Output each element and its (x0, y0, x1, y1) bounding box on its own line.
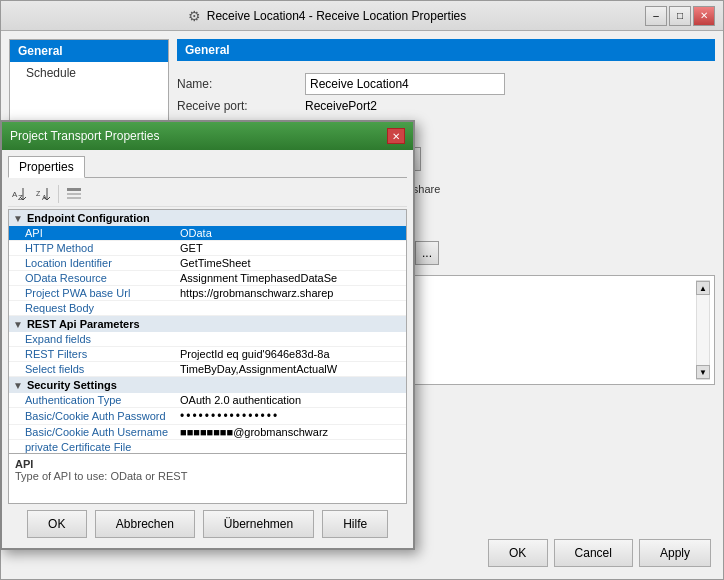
sort-az-icon: A Z (11, 186, 27, 202)
tree-row-expand-fields[interactable]: Expand fields (9, 332, 406, 347)
toolbar-categorize-button[interactable] (63, 184, 85, 204)
outer-apply-button[interactable]: Apply (639, 539, 711, 567)
modal-content: Properties A Z Z A (2, 150, 413, 548)
tree-key-api: API (25, 227, 180, 239)
props-toolbar: A Z Z A (8, 182, 407, 207)
scroll-down-arrow[interactable]: ▼ (696, 365, 710, 379)
title-area: ⚙ Receive Location4 - Receive Location P… (9, 8, 645, 24)
receive-port-value: ReceivePort2 (305, 99, 377, 113)
section-endpoint-config[interactable]: ▼ Endpoint Configuration (9, 210, 406, 226)
tree-row-auth-username[interactable]: Basic/Cookie Auth Username ■■■■■■■■@grob… (9, 425, 406, 440)
section-expand-icon: ▼ (13, 213, 23, 224)
window-controls: – □ ✕ (645, 6, 715, 26)
info-panel: API Type of API to use: OData or REST (8, 454, 407, 504)
tree-row-select-fields[interactable]: Select fields TimeByDay,AssignmentActual… (9, 362, 406, 377)
modal-titlebar: Project Transport Properties ✕ (2, 122, 413, 150)
outer-bottom-buttons: OK Cancel Apply (488, 539, 711, 567)
modal-apply-button[interactable]: Übernehmen (203, 510, 314, 538)
tree-row-pwa-url[interactable]: Project PWA base Url https://grobmanschw… (9, 286, 406, 301)
section-rest-expand-icon: ▼ (13, 319, 23, 330)
name-label: Name: (177, 77, 297, 91)
nav-item-general[interactable]: General (10, 40, 168, 62)
info-desc: Type of API to use: OData or REST (15, 470, 400, 482)
modal-ok-button[interactable]: OK (27, 510, 87, 538)
scroll-up-arrow[interactable]: ▲ (696, 281, 710, 295)
toolbar-separator (58, 185, 59, 203)
form-area: Name: Receive port: ReceivePort2 (177, 67, 715, 119)
tree-key-request-body: Request Body (25, 302, 180, 314)
outer-ok-button[interactable]: OK (488, 539, 548, 567)
tree-value-http-method: GET (180, 242, 402, 254)
sort-za-icon: Z A (35, 186, 51, 202)
tree-key-rest-filters: REST Filters (25, 348, 180, 360)
tree-row-rest-filters[interactable]: REST Filters ProjectId eq guid'9646e83d-… (9, 347, 406, 362)
modal-title: Project Transport Properties (10, 129, 159, 143)
tree-row-auth-type[interactable]: Authentication Type OAuth 2.0 authentica… (9, 393, 406, 408)
titlebar-icon: ⚙ (188, 8, 201, 24)
tree-key-select-fields: Select fields (25, 363, 180, 375)
outer-cancel-button[interactable]: Cancel (554, 539, 633, 567)
section-endpoint-label: Endpoint Configuration (27, 212, 150, 224)
tree-value-auth-username: ■■■■■■■■@grobmanschwarz (180, 426, 402, 438)
modal-bottom-buttons: OK Abbrechen Übernehmen Hilfe (8, 504, 407, 542)
tree-value-auth-type: OAuth 2.0 authentication (180, 394, 402, 406)
info-title: API (15, 458, 400, 470)
section-security[interactable]: ▼ Security Settings (9, 377, 406, 393)
categorize-icon (66, 186, 82, 202)
modal-cancel-button[interactable]: Abbrechen (95, 510, 195, 538)
pipeline-ellipsis-button[interactable]: ... (415, 241, 439, 265)
modal-help-button[interactable]: Hilfe (322, 510, 388, 538)
modal-project-transport: Project Transport Properties ✕ Propertie… (0, 120, 415, 550)
tree-row-location-id[interactable]: Location Identifier GetTimeSheet (9, 256, 406, 271)
outer-titlebar: ⚙ Receive Location4 - Receive Location P… (1, 1, 723, 31)
toolbar-sort-za-button[interactable]: Z A (32, 184, 54, 204)
section-rest-params[interactable]: ▼ REST Api Parameters (9, 316, 406, 332)
tree-value-pwa-url: https://grobmanschwarz.sharep (180, 287, 402, 299)
close-button[interactable]: ✕ (693, 6, 715, 26)
svg-rect-8 (67, 197, 81, 199)
tree-key-expand-fields: Expand fields (25, 333, 180, 345)
section-rest-label: REST Api Parameters (27, 318, 140, 330)
tree-key-pwa-url: Project PWA base Url (25, 287, 180, 299)
tree-value-api: OData (180, 227, 402, 239)
tree-key-auth-type: Authentication Type (25, 394, 180, 406)
tree-row-api[interactable]: API OData (9, 226, 406, 241)
maximize-button[interactable]: □ (669, 6, 691, 26)
tab-properties[interactable]: Properties (8, 156, 85, 178)
tree-key-auth-password: Basic/Cookie Auth Password (25, 410, 180, 422)
section-security-label: Security Settings (27, 379, 117, 391)
tree-key-http-method: HTTP Method (25, 242, 180, 254)
tree-value-select-fields: TimeByDay,AssignmentActualW (180, 363, 402, 375)
tree-value-auth-password: •••••••••••••••• (180, 409, 402, 423)
tree-row-http-method[interactable]: HTTP Method GET (9, 241, 406, 256)
nav-item-schedule[interactable]: Schedule (10, 62, 168, 84)
minimize-button[interactable]: – (645, 6, 667, 26)
tree-value-rest-filters: ProjectId eq guid'9646e83d-8a (180, 348, 402, 360)
tree-key-auth-username: Basic/Cookie Auth Username (25, 426, 180, 438)
name-input[interactable] (305, 73, 505, 95)
svg-text:Z: Z (36, 190, 41, 197)
name-row: Name: (177, 71, 715, 97)
tree-value-location-id: GetTimeSheet (180, 257, 402, 269)
receive-port-row: Receive port: ReceivePort2 (177, 97, 715, 115)
tab-bar: Properties (8, 156, 407, 178)
tree-key-cert-file: private Certificate File (25, 441, 180, 453)
section-header-general: General (177, 39, 715, 61)
tree-row-odata-resource[interactable]: OData Resource Assignment TimephasedData… (9, 271, 406, 286)
svg-rect-6 (67, 188, 81, 191)
toolbar-sort-az-button[interactable]: A Z (8, 184, 30, 204)
tree-row-auth-password[interactable]: Basic/Cookie Auth Password •••••••••••••… (9, 408, 406, 425)
modal-close-button[interactable]: ✕ (387, 128, 405, 144)
outer-title: Receive Location4 - Receive Location Pro… (207, 9, 466, 23)
section-security-expand-icon: ▼ (13, 380, 23, 391)
desc-scrollbar[interactable]: ▲ ▼ (696, 280, 710, 380)
tree-key-location-id: Location Identifier (25, 257, 180, 269)
svg-rect-7 (67, 193, 81, 195)
receive-port-label: Receive port: (177, 99, 297, 113)
tree-row-cert-file[interactable]: private Certificate File (9, 440, 406, 454)
props-tree: ▼ Endpoint Configuration API OData HTTP … (8, 209, 407, 454)
tree-value-odata-resource: Assignment TimephasedDataSe (180, 272, 402, 284)
tree-key-odata-resource: OData Resource (25, 272, 180, 284)
tree-row-request-body[interactable]: Request Body (9, 301, 406, 316)
